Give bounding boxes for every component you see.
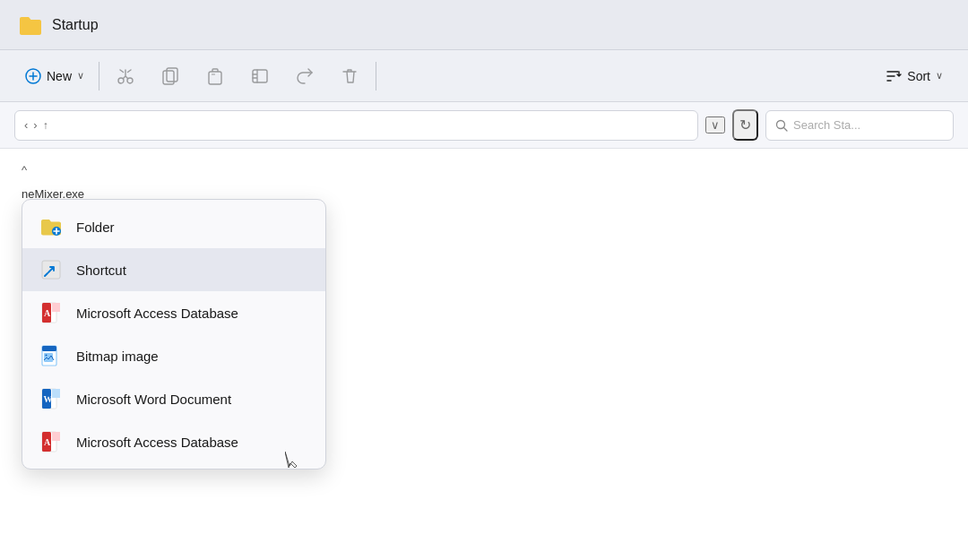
svg-rect-3	[167, 68, 177, 82]
address-forward-icon: ›	[33, 118, 37, 132]
delete-button[interactable]	[327, 58, 372, 94]
menu-item-folder-label: Folder	[76, 220, 115, 235]
menu-item-access-db-1-label: Microsoft Access Database	[76, 306, 238, 321]
paste-icon	[205, 66, 225, 86]
svg-rect-26	[52, 432, 60, 441]
share-icon	[295, 66, 315, 86]
address-bar: ‹ › ↑ ∨ ↻ Search Sta...	[0, 102, 968, 149]
section-header: ^	[22, 163, 946, 177]
svg-rect-7	[253, 70, 267, 82]
svg-point-18	[46, 355, 48, 357]
menu-item-shortcut[interactable]: Shortcut	[22, 248, 325, 291]
address-back-icon: ‹	[24, 118, 28, 132]
toolbar: New ∨	[0, 50, 968, 102]
word-icon: W	[39, 386, 64, 411]
svg-text:A: A	[44, 437, 51, 447]
svg-rect-22	[52, 389, 60, 398]
svg-rect-4	[163, 71, 174, 84]
toolbar-separator-2	[376, 62, 376, 90]
menu-item-shortcut-label: Shortcut	[76, 263, 126, 278]
cut-button[interactable]	[103, 58, 148, 94]
new-label: New	[47, 69, 72, 83]
address-path[interactable]: ‹ › ↑	[14, 110, 698, 141]
folder-icon	[18, 13, 43, 38]
svg-rect-17	[44, 353, 53, 362]
rename-button[interactable]	[238, 58, 282, 94]
menu-item-folder[interactable]: Folder	[22, 205, 325, 248]
menu-item-access-db-2-label: Microsoft Access Database	[76, 435, 238, 450]
copy-button[interactable]	[148, 58, 193, 94]
new-chevron-icon: ∨	[77, 70, 84, 82]
share-button[interactable]	[282, 58, 327, 94]
rename-icon	[250, 66, 270, 86]
shortcut-icon	[39, 257, 64, 282]
menu-item-word-label: Microsoft Word Document	[76, 392, 231, 407]
folder-new-icon	[39, 214, 64, 239]
menu-item-word[interactable]: W Microsoft Word Document	[22, 377, 325, 420]
toolbar-separator-1	[99, 62, 99, 90]
section-chevron-icon: ^	[22, 163, 27, 177]
delete-icon	[340, 66, 359, 86]
address-up-icon: ↑	[43, 119, 48, 132]
window-title: Startup	[52, 17, 99, 33]
svg-rect-5	[209, 72, 221, 84]
menu-item-access-db-1[interactable]: A Microsoft Access Database	[22, 291, 325, 334]
toolbar-right: Sort ∨	[873, 58, 954, 94]
menu-item-access-db-2[interactable]: A Microsoft Access Database	[22, 420, 325, 463]
bitmap-icon	[39, 343, 64, 368]
access-icon-2: A	[39, 429, 64, 454]
svg-text:W: W	[44, 394, 53, 404]
address-chevron-button[interactable]: ∨	[705, 116, 725, 134]
svg-rect-14	[52, 303, 60, 312]
paste-button[interactable]	[193, 58, 238, 94]
search-placeholder: Search Sta...	[793, 118, 860, 132]
sort-icon	[884, 67, 902, 85]
main-content: ^ neMixer.exe Folder	[0, 149, 968, 560]
sort-label: Sort	[907, 69, 930, 83]
svg-text:A: A	[44, 308, 51, 318]
new-dropdown-menu: Folder Shortcut A	[22, 199, 326, 470]
refresh-button[interactable]: ↻	[732, 109, 758, 141]
menu-item-bitmap[interactable]: Bitmap image	[22, 334, 325, 377]
cut-icon	[116, 66, 135, 86]
access-icon-1: A	[39, 300, 64, 325]
title-bar: Startup	[0, 0, 968, 50]
new-button[interactable]: New ∨	[14, 58, 95, 94]
sort-button[interactable]: Sort ∨	[873, 58, 954, 94]
menu-item-bitmap-label: Bitmap image	[76, 349, 159, 364]
svg-rect-16	[42, 346, 56, 351]
plus-circle-icon	[25, 68, 41, 84]
copy-icon	[160, 66, 180, 86]
search-bar[interactable]: Search Sta...	[765, 110, 954, 141]
sort-chevron-icon: ∨	[936, 70, 943, 82]
search-icon	[775, 119, 788, 132]
svg-rect-6	[212, 73, 215, 75]
